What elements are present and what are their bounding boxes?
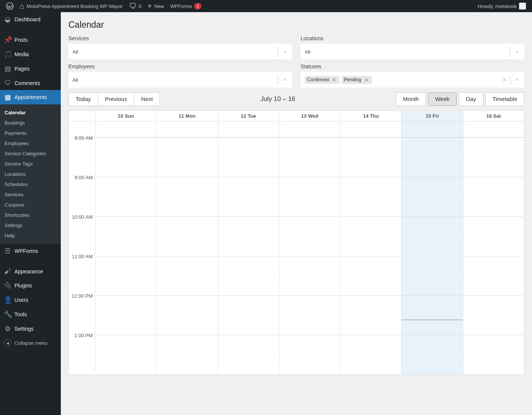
- time-slot[interactable]: [218, 216, 279, 256]
- new-content[interactable]: + New: [144, 0, 167, 12]
- submenu-bookings[interactable]: Bookings: [0, 118, 61, 128]
- allday-cell[interactable]: [340, 122, 402, 137]
- submenu-schedules[interactable]: Schedules: [0, 179, 61, 189]
- submenu-service-categories[interactable]: Service Categories: [0, 148, 61, 159]
- allday-cell[interactable]: [95, 122, 157, 137]
- employees-select[interactable]: All ▼: [68, 72, 292, 88]
- collapse-menu[interactable]: ◂ Collapse menu: [0, 336, 61, 350]
- time-slot[interactable]: [157, 177, 218, 216]
- allday-cell[interactable]: [402, 122, 463, 137]
- time-slot[interactable]: [279, 216, 340, 256]
- time-slot[interactable]: [95, 177, 157, 216]
- submenu-coupons[interactable]: Coupons: [0, 200, 61, 210]
- allday-cell[interactable]: [218, 122, 279, 137]
- time-slot[interactable]: [95, 137, 157, 177]
- previous-button[interactable]: Previous: [98, 92, 134, 106]
- time-slot[interactable]: [463, 256, 524, 295]
- wpforms-link[interactable]: WPForms 1: [167, 0, 204, 12]
- time-slot[interactable]: [157, 137, 218, 177]
- time-slot[interactable]: [218, 295, 279, 335]
- view-day-button[interactable]: Day: [459, 92, 483, 106]
- time-slot[interactable]: [218, 137, 279, 177]
- time-slot[interactable]: [402, 177, 463, 216]
- submenu-employees[interactable]: Employees: [0, 138, 61, 148]
- comments-link[interactable]: 🗨 0: [126, 0, 144, 12]
- day-header[interactable]: 15 Fri: [402, 111, 463, 121]
- time-slot[interactable]: [402, 216, 463, 256]
- menu-pages[interactable]: ▤Pages: [0, 62, 61, 76]
- time-slot[interactable]: [340, 335, 402, 374]
- day-header[interactable]: 16 Sat: [463, 111, 524, 121]
- time-slot[interactable]: [402, 335, 463, 374]
- time-slot[interactable]: [402, 256, 463, 295]
- time-slot[interactable]: [157, 295, 218, 335]
- time-slot[interactable]: [157, 216, 218, 256]
- time-slot[interactable]: [279, 295, 340, 335]
- remove-tag-icon[interactable]: ✕: [331, 77, 337, 83]
- site-home[interactable]: ⌂ MotoPress Appointment Booking WP Mayor: [17, 0, 126, 12]
- menu-users[interactable]: 👤Users: [0, 293, 61, 307]
- submenu-settings[interactable]: Settings: [0, 220, 61, 230]
- menu-appearance[interactable]: 🖌Appearance: [0, 264, 61, 278]
- time-slot[interactable]: [402, 295, 463, 335]
- time-slot[interactable]: [95, 216, 157, 256]
- day-header[interactable]: 11 Mon: [157, 111, 218, 121]
- menu-settings[interactable]: ⚙Settings: [0, 322, 61, 336]
- day-header[interactable]: 13 Wed: [279, 111, 340, 121]
- time-slot[interactable]: [95, 295, 157, 335]
- today-button[interactable]: Today: [68, 92, 98, 106]
- view-month-button[interactable]: Month: [396, 92, 426, 106]
- time-slot[interactable]: [279, 256, 340, 295]
- time-slot[interactable]: [279, 177, 340, 216]
- time-slot[interactable]: [218, 335, 279, 374]
- time-slot[interactable]: [340, 295, 402, 335]
- menu-tools[interactable]: 🔧Tools: [0, 307, 61, 322]
- services-select[interactable]: All ▼: [68, 44, 292, 60]
- time-slot[interactable]: [463, 216, 524, 256]
- time-slot[interactable]: [463, 335, 524, 374]
- time-slot[interactable]: [157, 256, 218, 295]
- menu-dashboard[interactable]: ◒Dashboard: [0, 12, 61, 27]
- menu-appointments[interactable]: ▦Appointments: [0, 90, 61, 104]
- day-header[interactable]: 14 Thu: [340, 111, 402, 121]
- time-slot[interactable]: [218, 256, 279, 295]
- time-slot[interactable]: [95, 335, 157, 374]
- allday-cell[interactable]: [279, 122, 340, 137]
- submenu-help[interactable]: Help: [0, 230, 61, 241]
- time-slot[interactable]: [279, 137, 340, 177]
- my-account[interactable]: Howdy, motobook: [475, 0, 529, 12]
- menu-wpforms[interactable]: ☰WPForms: [0, 244, 61, 258]
- time-slot[interactable]: [340, 256, 402, 295]
- time-slot[interactable]: [340, 177, 402, 216]
- submenu-shortcodes[interactable]: Shortcodes: [0, 210, 61, 220]
- day-header[interactable]: 12 Tue: [218, 111, 279, 121]
- menu-media[interactable]: 🎵Media: [0, 47, 61, 62]
- locations-select[interactable]: All ▼: [301, 44, 524, 60]
- allday-cell[interactable]: [157, 122, 218, 137]
- wp-logo[interactable]: [3, 0, 17, 12]
- time-slot[interactable]: [218, 177, 279, 216]
- time-slot[interactable]: [402, 137, 463, 177]
- statuses-select[interactable]: Confirmed ✕ Pending ✕ ✕ ▼: [301, 72, 524, 88]
- clear-tags-icon[interactable]: ✕: [499, 76, 510, 84]
- submenu-service-tags[interactable]: Service Tags: [0, 159, 61, 169]
- time-slot[interactable]: [463, 177, 524, 216]
- time-slot[interactable]: [463, 295, 524, 335]
- time-slot[interactable]: [95, 256, 157, 295]
- remove-tag-icon[interactable]: ✕: [364, 77, 369, 83]
- time-slot[interactable]: [279, 335, 340, 374]
- time-slot[interactable]: [340, 216, 402, 256]
- time-slot[interactable]: [463, 137, 524, 177]
- allday-cell[interactable]: [463, 122, 524, 137]
- time-slot[interactable]: [157, 335, 218, 374]
- next-button[interactable]: Next: [134, 92, 160, 106]
- menu-comments[interactable]: 🗨Comments: [0, 76, 61, 90]
- submenu-services[interactable]: Services: [0, 189, 61, 200]
- menu-plugins[interactable]: 🔌Plugins: [0, 278, 61, 293]
- submenu-locations[interactable]: Locations: [0, 169, 61, 179]
- time-slot[interactable]: [340, 137, 402, 177]
- day-header[interactable]: 10 Sun: [95, 111, 157, 121]
- menu-posts[interactable]: 📌Posts: [0, 33, 61, 47]
- view-week-button[interactable]: Week: [428, 92, 457, 106]
- submenu-payments[interactable]: Payments: [0, 128, 61, 138]
